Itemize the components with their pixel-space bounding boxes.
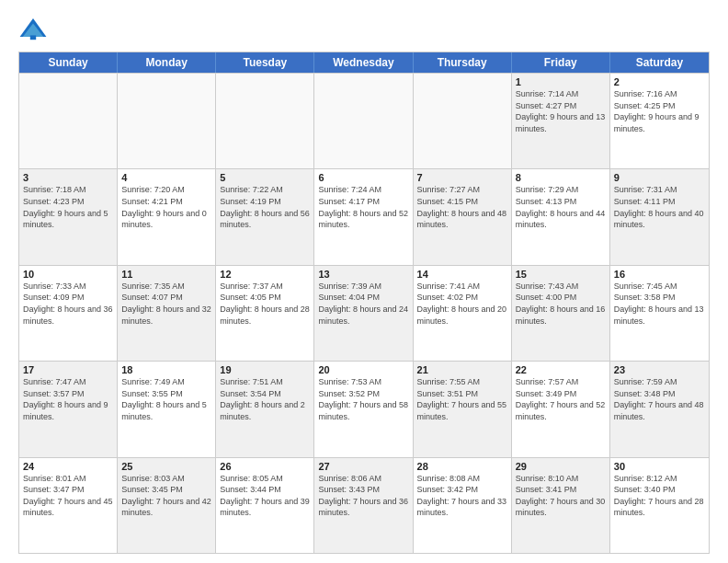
day-info: Sunrise: 7:59 AM Sunset: 3:48 PM Dayligh… <box>614 376 705 422</box>
day-number: 12 <box>220 269 310 280</box>
day-number: 14 <box>417 269 507 280</box>
day-number: 16 <box>614 269 705 280</box>
page: SundayMondayTuesdayWednesdayThursdayFrid… <box>0 0 728 563</box>
calendar-cell: 5Sunrise: 7:22 AM Sunset: 4:19 PM Daylig… <box>216 169 314 264</box>
calendar-cell: 28Sunrise: 8:08 AM Sunset: 3:42 PM Dayli… <box>414 458 512 553</box>
day-info: Sunrise: 8:10 AM Sunset: 3:41 PM Dayligh… <box>516 473 606 519</box>
day-info: Sunrise: 7:49 AM Sunset: 3:55 PM Dayligh… <box>121 376 211 422</box>
calendar-cell: 12Sunrise: 7:37 AM Sunset: 4:05 PM Dayli… <box>216 266 314 361</box>
day-number: 9 <box>614 172 705 183</box>
calendar-cell: 29Sunrise: 8:10 AM Sunset: 3:41 PM Dayli… <box>512 458 610 553</box>
header-day-wednesday: Wednesday <box>314 52 413 73</box>
calendar-cell: 2Sunrise: 7:16 AM Sunset: 4:25 PM Daylig… <box>610 74 709 168</box>
calendar-cell: 23Sunrise: 7:59 AM Sunset: 3:48 PM Dayli… <box>610 362 709 456</box>
calendar-cell: 25Sunrise: 8:03 AM Sunset: 3:45 PM Dayli… <box>118 458 216 553</box>
svg-rect-2 <box>30 35 36 40</box>
day-info: Sunrise: 8:01 AM Sunset: 3:47 PM Dayligh… <box>23 473 113 519</box>
calendar-cell <box>314 74 413 168</box>
day-info: Sunrise: 8:03 AM Sunset: 3:45 PM Dayligh… <box>121 473 211 519</box>
day-info: Sunrise: 7:37 AM Sunset: 4:05 PM Dayligh… <box>220 281 310 327</box>
calendar-cell <box>19 74 118 168</box>
day-number: 11 <box>121 269 211 280</box>
logo-icon <box>18 15 48 44</box>
day-info: Sunrise: 7:39 AM Sunset: 4:04 PM Dayligh… <box>318 281 408 327</box>
day-info: Sunrise: 7:14 AM Sunset: 4:27 PM Dayligh… <box>516 88 606 134</box>
day-number: 24 <box>23 461 113 472</box>
calendar-row-0: 1Sunrise: 7:14 AM Sunset: 4:27 PM Daylig… <box>19 73 709 168</box>
day-number: 20 <box>318 364 408 375</box>
day-info: Sunrise: 7:27 AM Sunset: 4:15 PM Dayligh… <box>417 184 507 230</box>
day-number: 21 <box>417 364 507 375</box>
day-info: Sunrise: 7:20 AM Sunset: 4:21 PM Dayligh… <box>121 184 211 230</box>
calendar-cell: 21Sunrise: 7:55 AM Sunset: 3:51 PM Dayli… <box>414 362 512 456</box>
logo <box>18 15 51 44</box>
calendar-row-4: 24Sunrise: 8:01 AM Sunset: 3:47 PM Dayli… <box>19 457 709 553</box>
calendar: SundayMondayTuesdayWednesdayThursdayFrid… <box>18 52 710 554</box>
calendar-cell: 10Sunrise: 7:33 AM Sunset: 4:09 PM Dayli… <box>19 266 118 361</box>
day-info: Sunrise: 7:24 AM Sunset: 4:17 PM Dayligh… <box>318 184 408 230</box>
day-info: Sunrise: 7:35 AM Sunset: 4:07 PM Dayligh… <box>121 281 211 327</box>
header-day-sunday: Sunday <box>19 52 118 73</box>
header-day-tuesday: Tuesday <box>216 52 314 73</box>
calendar-row-3: 17Sunrise: 7:47 AM Sunset: 3:57 PM Dayli… <box>19 361 709 456</box>
calendar-cell: 6Sunrise: 7:24 AM Sunset: 4:17 PM Daylig… <box>314 169 413 264</box>
day-info: Sunrise: 7:57 AM Sunset: 3:49 PM Dayligh… <box>516 376 606 422</box>
day-number: 29 <box>516 461 606 472</box>
calendar-cell: 13Sunrise: 7:39 AM Sunset: 4:04 PM Dayli… <box>314 266 413 361</box>
day-number: 8 <box>516 172 606 183</box>
day-info: Sunrise: 7:22 AM Sunset: 4:19 PM Dayligh… <box>220 184 310 230</box>
calendar-cell: 1Sunrise: 7:14 AM Sunset: 4:27 PM Daylig… <box>512 74 610 168</box>
calendar-row-1: 3Sunrise: 7:18 AM Sunset: 4:23 PM Daylig… <box>19 168 709 264</box>
calendar-cell: 19Sunrise: 7:51 AM Sunset: 3:54 PM Dayli… <box>216 362 314 456</box>
calendar-cell <box>414 74 512 168</box>
day-number: 18 <box>121 364 211 375</box>
day-number: 10 <box>23 269 113 280</box>
header-day-saturday: Saturday <box>610 52 709 73</box>
calendar-header: SundayMondayTuesdayWednesdayThursdayFrid… <box>19 52 709 73</box>
day-number: 5 <box>220 172 310 183</box>
calendar-cell: 3Sunrise: 7:18 AM Sunset: 4:23 PM Daylig… <box>19 169 118 264</box>
day-info: Sunrise: 7:29 AM Sunset: 4:13 PM Dayligh… <box>516 184 606 230</box>
calendar-cell: 7Sunrise: 7:27 AM Sunset: 4:15 PM Daylig… <box>414 169 512 264</box>
calendar-cell: 24Sunrise: 8:01 AM Sunset: 3:47 PM Dayli… <box>19 458 118 553</box>
calendar-cell <box>216 74 314 168</box>
header-day-thursday: Thursday <box>414 52 512 73</box>
day-number: 19 <box>220 364 310 375</box>
day-number: 17 <box>23 364 113 375</box>
day-number: 6 <box>318 172 408 183</box>
calendar-cell <box>118 74 216 168</box>
day-number: 4 <box>121 172 211 183</box>
day-number: 25 <box>121 461 211 472</box>
calendar-cell: 30Sunrise: 8:12 AM Sunset: 3:40 PM Dayli… <box>610 458 709 553</box>
calendar-cell: 4Sunrise: 7:20 AM Sunset: 4:21 PM Daylig… <box>118 169 216 264</box>
calendar-cell: 22Sunrise: 7:57 AM Sunset: 3:49 PM Dayli… <box>512 362 610 456</box>
calendar-cell: 16Sunrise: 7:45 AM Sunset: 3:58 PM Dayli… <box>610 266 709 361</box>
calendar-cell: 17Sunrise: 7:47 AM Sunset: 3:57 PM Dayli… <box>19 362 118 456</box>
day-info: Sunrise: 7:51 AM Sunset: 3:54 PM Dayligh… <box>220 376 310 422</box>
day-info: Sunrise: 7:47 AM Sunset: 3:57 PM Dayligh… <box>23 376 113 422</box>
day-number: 30 <box>614 461 705 472</box>
day-number: 15 <box>516 269 606 280</box>
day-number: 13 <box>318 269 408 280</box>
day-info: Sunrise: 7:55 AM Sunset: 3:51 PM Dayligh… <box>417 376 507 422</box>
day-info: Sunrise: 7:31 AM Sunset: 4:11 PM Dayligh… <box>614 184 705 230</box>
calendar-cell: 18Sunrise: 7:49 AM Sunset: 3:55 PM Dayli… <box>118 362 216 456</box>
calendar-cell: 9Sunrise: 7:31 AM Sunset: 4:11 PM Daylig… <box>610 169 709 264</box>
day-number: 28 <box>417 461 507 472</box>
day-number: 1 <box>516 76 606 87</box>
day-number: 23 <box>614 364 705 375</box>
day-number: 3 <box>23 172 113 183</box>
calendar-body: 1Sunrise: 7:14 AM Sunset: 4:27 PM Daylig… <box>19 73 709 553</box>
calendar-cell: 20Sunrise: 7:53 AM Sunset: 3:52 PM Dayli… <box>314 362 413 456</box>
header-day-monday: Monday <box>118 52 216 73</box>
day-info: Sunrise: 7:18 AM Sunset: 4:23 PM Dayligh… <box>23 184 113 230</box>
calendar-cell: 14Sunrise: 7:41 AM Sunset: 4:02 PM Dayli… <box>414 266 512 361</box>
day-info: Sunrise: 7:16 AM Sunset: 4:25 PM Dayligh… <box>614 88 705 134</box>
calendar-cell: 15Sunrise: 7:43 AM Sunset: 4:00 PM Dayli… <box>512 266 610 361</box>
day-info: Sunrise: 8:12 AM Sunset: 3:40 PM Dayligh… <box>614 473 705 519</box>
day-info: Sunrise: 7:41 AM Sunset: 4:02 PM Dayligh… <box>417 281 507 327</box>
day-info: Sunrise: 8:05 AM Sunset: 3:44 PM Dayligh… <box>220 473 310 519</box>
day-info: Sunrise: 7:43 AM Sunset: 4:00 PM Dayligh… <box>516 281 606 327</box>
day-info: Sunrise: 7:45 AM Sunset: 3:58 PM Dayligh… <box>614 281 705 327</box>
day-number: 7 <box>417 172 507 183</box>
